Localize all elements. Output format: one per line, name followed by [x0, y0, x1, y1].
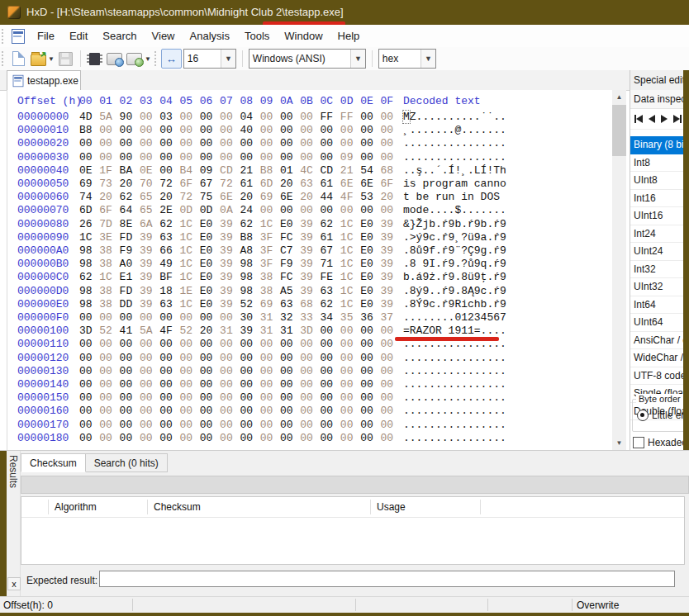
hex-byte[interactable]: 00 [321, 151, 340, 164]
hex-byte[interactable]: 00 [159, 419, 179, 432]
hex-byte[interactable]: 41 [120, 325, 140, 338]
bytes-per-row-combo[interactable]: 16 ▼ [183, 49, 236, 69]
hex-byte[interactable]: 00 [380, 325, 400, 338]
menu-item-search[interactable]: Search [95, 25, 144, 47]
decoded-text-cell[interactable]: ................ [403, 151, 506, 164]
column-header-checksum[interactable]: Checksum [154, 497, 201, 517]
hex-bytes[interactable]: 3D52415A4F5220313931313D00000000 [79, 325, 401, 338]
column-separator[interactable] [147, 500, 148, 514]
nav-last-icon[interactable] [673, 115, 682, 123]
menu-item-window[interactable]: Window [277, 25, 330, 47]
hex-byte[interactable]: 00 [220, 311, 240, 325]
hex-byte[interactable]: 00 [340, 124, 360, 137]
hex-byte[interactable]: 00 [120, 419, 140, 432]
hex-byte[interactable]: 39 [140, 285, 159, 298]
hex-byte[interactable]: 26 [79, 218, 99, 231]
hex-byte[interactable]: 00 [360, 137, 380, 150]
hexadecimal-checkbox[interactable]: Hexadecimal [633, 437, 683, 448]
hex-byte[interactable]: 00 [300, 137, 320, 150]
hex-byte[interactable]: 72 [159, 178, 179, 191]
hex-byte[interactable]: 69 [260, 298, 280, 311]
hex-byte[interactable]: 00 [140, 338, 159, 351]
hex-byte[interactable]: 00 [260, 352, 280, 365]
hex-byte[interactable]: 00 [99, 405, 119, 418]
hex-byte[interactable]: 39 [220, 258, 240, 271]
hex-byte[interactable]: B8 [240, 231, 259, 244]
toolbar-grip[interactable] [2, 29, 6, 44]
hex-byte[interactable]: 39 [140, 231, 159, 244]
hex-byte[interactable]: 00 [380, 432, 400, 445]
hex-byte[interactable]: 39 [140, 271, 159, 284]
hex-byte[interactable]: 00 [260, 124, 280, 137]
menu-item-analysis[interactable]: Analysis [183, 25, 237, 47]
hex-byte[interactable]: 39 [220, 285, 240, 298]
hex-byte[interactable]: 75 [200, 191, 220, 204]
decoded-text-cell[interactable]: ................ [403, 378, 506, 391]
hex-byte[interactable]: 00 [79, 378, 99, 391]
hex-byte[interactable]: 21 [340, 164, 360, 178]
hex-byte[interactable]: E0 [200, 298, 220, 311]
decoded-text-cell[interactable]: ................ [403, 352, 506, 365]
hex-byte[interactable]: 00 [99, 378, 119, 391]
hex-byte[interactable]: 6F [380, 178, 400, 191]
hex-byte[interactable]: 00 [360, 405, 380, 418]
hex-byte[interactable]: CD [321, 164, 340, 178]
hex-bytes[interactable]: B8000000000000004000000000000000 [79, 124, 401, 137]
hex-byte[interactable]: 6D [260, 178, 280, 191]
hex-byte[interactable]: 62 [120, 191, 140, 204]
hex-byte[interactable]: 63 [159, 231, 179, 244]
hex-byte[interactable]: 49 [159, 258, 179, 271]
hex-byte[interactable]: 00 [280, 352, 300, 365]
hex-bytes[interactable]: 9838FD39181EE0399838A539631CE039 [79, 285, 401, 298]
hex-byte[interactable]: 00 [159, 124, 179, 137]
hex-byte[interactable]: 00 [360, 419, 380, 432]
hex-bytes[interactable]: 00000000000000000000000000000000 [79, 338, 401, 351]
hex-byte[interactable]: 00 [179, 405, 199, 418]
hex-byte[interactable]: 31 [280, 325, 300, 338]
decoded-text-cell[interactable]: mode....$....... [403, 204, 506, 217]
decoded-text-cell[interactable]: ................ [403, 432, 506, 445]
hex-bytes[interactable]: 00000000000000000000000000090000 [79, 151, 401, 164]
results-close-button[interactable]: x [7, 577, 21, 590]
tab-search[interactable]: Search (0 hits) [86, 453, 168, 472]
hex-byte[interactable]: 00 [120, 338, 140, 351]
hex-byte[interactable]: 00 [360, 432, 380, 445]
hex-byte[interactable]: 00 [159, 432, 179, 445]
hex-byte[interactable]: 0D [179, 204, 199, 217]
hex-byte[interactable]: BF [159, 271, 179, 284]
tab-testapp-exe[interactable]: testapp.exe [7, 70, 81, 90]
hex-byte[interactable]: 00 [260, 378, 280, 391]
hex-byte[interactable]: 00 [280, 151, 300, 164]
hex-byte[interactable]: 53 [360, 191, 380, 204]
hex-byte[interactable]: 00 [179, 352, 199, 365]
hex-byte[interactable]: 61 [240, 178, 259, 191]
offset-base-combo[interactable]: hex ▼ [378, 49, 436, 69]
hex-byte[interactable]: 00 [321, 338, 340, 351]
hex-byte[interactable]: 39 [380, 285, 400, 298]
hex-byte[interactable]: 00 [200, 352, 220, 365]
hex-byte[interactable]: 00 [300, 405, 320, 418]
hex-byte[interactable]: 00 [321, 391, 340, 405]
hex-byte[interactable]: 00 [300, 204, 320, 217]
decoded-text-cell[interactable]: ................ [403, 391, 506, 405]
hex-byte[interactable]: 00 [240, 378, 259, 391]
hex-byte[interactable]: 00 [99, 137, 119, 150]
hex-byte[interactable]: 5A [140, 325, 159, 338]
hex-bytes[interactable]: 00000000000000000000000000000000 [79, 432, 401, 445]
hex-byte[interactable]: 09 [200, 164, 220, 178]
hex-bytes[interactable]: 00000000000000000000000000000000 [79, 391, 401, 405]
hex-byte[interactable]: 00 [220, 378, 240, 391]
hex-byte[interactable]: 00 [260, 365, 280, 378]
hex-byte[interactable]: 00 [220, 352, 240, 365]
hex-vertical-scrollbar[interactable]: ▲ ▼ [612, 90, 626, 450]
hex-byte[interactable]: 00 [260, 391, 280, 405]
inspector-type-uint64[interactable]: UInt64 [630, 314, 683, 332]
hex-byte[interactable]: E0 [280, 218, 300, 231]
hex-byte[interactable]: 1C [340, 298, 360, 311]
hex-byte[interactable]: DD [120, 298, 140, 311]
hex-byte[interactable]: 00 [159, 365, 179, 378]
hex-byte[interactable]: 00 [220, 391, 240, 405]
hex-byte[interactable]: E0 [360, 231, 380, 244]
hex-bytes[interactable]: 00000000000000000000000000000000 [79, 378, 401, 391]
hex-byte[interactable]: 00 [79, 338, 99, 351]
